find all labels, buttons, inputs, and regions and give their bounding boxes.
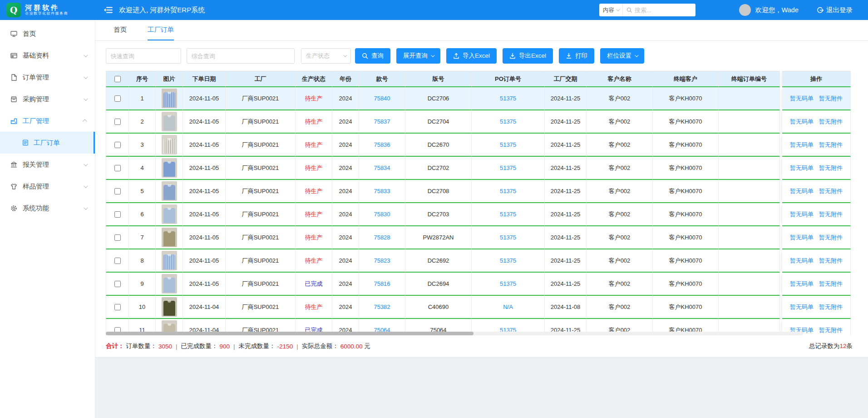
sidebar-item-home[interactable]: 首页 bbox=[0, 23, 95, 45]
header-search-input[interactable] bbox=[635, 7, 692, 14]
user-avatar[interactable] bbox=[739, 4, 751, 16]
no-attachment-link[interactable]: 暂无附件 bbox=[819, 95, 843, 103]
garment-photo[interactable] bbox=[162, 297, 177, 317]
po-no-link[interactable]: N/A bbox=[472, 296, 545, 319]
import-excel-button[interactable]: 导入Excel bbox=[446, 48, 497, 64]
table-row[interactable]: 2 2024-11-05 厂商SUP0021 待生产 2024 75837 DC… bbox=[106, 110, 853, 134]
no-weight-sheet-link[interactable]: 暂无码单 bbox=[790, 141, 814, 149]
style-no-link[interactable]: 75823 bbox=[359, 249, 405, 273]
tab-home[interactable]: 首页 bbox=[113, 20, 127, 40]
row-checkbox[interactable] bbox=[114, 95, 121, 102]
row-checkbox[interactable] bbox=[114, 211, 121, 218]
quick-search-input[interactable] bbox=[106, 48, 181, 64]
select-all-checkbox[interactable] bbox=[114, 76, 121, 82]
no-weight-sheet-link[interactable]: 暂无码单 bbox=[790, 280, 814, 288]
row-checkbox[interactable] bbox=[114, 165, 121, 171]
style-no-link[interactable]: 75828 bbox=[359, 226, 405, 249]
style-no-link[interactable]: 75834 bbox=[359, 157, 405, 180]
garment-photo[interactable] bbox=[162, 181, 177, 201]
garment-photo[interactable] bbox=[162, 251, 177, 270]
row-checkbox[interactable] bbox=[114, 304, 121, 310]
export-excel-button[interactable]: 导出Excel bbox=[503, 48, 553, 64]
no-attachment-link[interactable]: 暂无附件 bbox=[819, 187, 843, 195]
table-row[interactable]: 8 2024-11-05 厂商SUP0021 待生产 2024 75823 DC… bbox=[106, 249, 853, 273]
row-checkbox[interactable] bbox=[114, 119, 121, 125]
style-no-link[interactable]: 75836 bbox=[359, 134, 405, 157]
cell-image[interactable] bbox=[156, 134, 183, 157]
no-weight-sheet-link[interactable]: 暂无码单 bbox=[790, 118, 814, 126]
table-row[interactable]: 6 2024-11-05 厂商SUP0021 待生产 2024 75830 DC… bbox=[106, 203, 853, 226]
row-checkbox[interactable] bbox=[114, 258, 121, 264]
row-checkbox[interactable] bbox=[114, 234, 121, 241]
style-no-link[interactable]: 75830 bbox=[359, 203, 405, 226]
po-no-link[interactable]: 51375 bbox=[472, 249, 545, 273]
table-row[interactable]: 9 2024-11-05 厂商SUP0021 已完成 2024 75816 DC… bbox=[106, 273, 853, 296]
table-row[interactable]: 3 2024-11-05 厂商SUP0021 待生产 2024 75836 DC… bbox=[106, 134, 853, 157]
garment-photo[interactable] bbox=[162, 274, 177, 294]
garment-photo[interactable] bbox=[162, 135, 177, 154]
po-no-link[interactable]: 51375 bbox=[472, 110, 545, 134]
po-no-link[interactable]: 51375 bbox=[472, 226, 545, 249]
row-checkbox[interactable] bbox=[114, 142, 121, 148]
horizontal-scrollbar[interactable] bbox=[106, 332, 803, 335]
no-weight-sheet-link[interactable]: 暂无码单 bbox=[790, 187, 814, 195]
no-attachment-link[interactable]: 暂无附件 bbox=[819, 280, 843, 288]
no-attachment-link[interactable]: 暂无附件 bbox=[819, 326, 843, 334]
garment-photo[interactable] bbox=[162, 112, 177, 131]
sidebar-item-purchase-mgmt[interactable]: 采购管理 bbox=[0, 88, 95, 110]
production-status-select[interactable]: 生产状态 bbox=[301, 48, 351, 64]
cell-image[interactable] bbox=[156, 273, 183, 296]
po-no-link[interactable]: 51375 bbox=[472, 134, 545, 157]
tab-factory-orders[interactable]: 工厂订单 bbox=[148, 20, 174, 40]
scrollbar-thumb[interactable] bbox=[106, 332, 473, 335]
style-no-link[interactable]: 75837 bbox=[359, 110, 405, 134]
style-no-link[interactable]: 75816 bbox=[359, 273, 405, 296]
garment-photo[interactable] bbox=[162, 158, 177, 178]
table-row[interactable]: 10 2024-11-04 厂商SUP0021 待生产 2024 75382 C… bbox=[106, 296, 853, 319]
no-attachment-link[interactable]: 暂无附件 bbox=[819, 210, 843, 219]
expand-query-button[interactable]: 展开查询 bbox=[396, 48, 440, 64]
sidebar-item-basic-data[interactable]: 基础资料 bbox=[0, 45, 95, 66]
cell-image[interactable] bbox=[156, 249, 183, 273]
column-settings-button[interactable]: 栏位设置 bbox=[600, 48, 644, 64]
cell-image[interactable] bbox=[156, 226, 183, 249]
style-no-link[interactable]: 75833 bbox=[359, 180, 405, 203]
search-category-select[interactable]: 内容 bbox=[599, 4, 623, 16]
cell-image[interactable] bbox=[156, 110, 183, 134]
no-attachment-link[interactable]: 暂无附件 bbox=[819, 141, 843, 149]
no-weight-sheet-link[interactable]: 暂无码单 bbox=[790, 257, 814, 265]
row-checkbox[interactable] bbox=[114, 188, 121, 194]
sidebar-item-system-functions[interactable]: 系统功能 bbox=[0, 197, 95, 219]
sidebar-item-sample-mgmt[interactable]: 样品管理 bbox=[0, 175, 95, 197]
cell-image[interactable] bbox=[156, 87, 183, 110]
table-row[interactable]: 4 2024-11-05 厂商SUP0021 待生产 2024 75834 DC… bbox=[106, 157, 853, 180]
no-weight-sheet-link[interactable]: 暂无码单 bbox=[790, 210, 814, 219]
logout-button[interactable]: 退出登录 bbox=[817, 6, 853, 15]
po-no-link[interactable]: 51375 bbox=[472, 203, 545, 226]
po-no-link[interactable]: 51375 bbox=[472, 157, 545, 180]
style-no-link[interactable]: 75840 bbox=[359, 87, 405, 110]
garment-photo[interactable] bbox=[162, 204, 177, 224]
table-row[interactable]: 7 2024-11-05 厂商SUP0021 待生产 2024 75828 PW… bbox=[106, 226, 853, 249]
table-row[interactable]: 1 2024-11-05 厂商SUP0021 待生产 2024 75840 DC… bbox=[106, 87, 853, 110]
sidebar-item-factory-orders[interactable]: 工厂订单 bbox=[0, 132, 95, 154]
no-attachment-link[interactable]: 暂无附件 bbox=[819, 303, 843, 311]
cell-image[interactable] bbox=[156, 203, 183, 226]
table-row[interactable]: 5 2024-11-05 厂商SUP0021 待生产 2024 75833 DC… bbox=[106, 180, 853, 203]
po-no-link[interactable]: 51375 bbox=[472, 87, 545, 110]
garment-photo[interactable] bbox=[162, 228, 177, 247]
no-attachment-link[interactable]: 暂无附件 bbox=[819, 257, 843, 265]
no-attachment-link[interactable]: 暂无附件 bbox=[819, 118, 843, 126]
po-no-link[interactable]: 51375 bbox=[472, 273, 545, 296]
menu-fold-icon[interactable] bbox=[104, 6, 113, 14]
no-weight-sheet-link[interactable]: 暂无码单 bbox=[790, 234, 814, 242]
no-attachment-link[interactable]: 暂无附件 bbox=[819, 164, 843, 172]
no-attachment-link[interactable]: 暂无附件 bbox=[819, 234, 843, 242]
no-weight-sheet-link[interactable]: 暂无码单 bbox=[790, 303, 814, 311]
style-no-link[interactable]: 75382 bbox=[359, 296, 405, 319]
sidebar-item-order-mgmt[interactable]: 订单管理 bbox=[0, 66, 95, 88]
print-button[interactable]: 打印 bbox=[559, 48, 594, 64]
garment-photo[interactable] bbox=[162, 89, 177, 108]
cell-image[interactable] bbox=[156, 180, 183, 203]
no-weight-sheet-link[interactable]: 暂无码单 bbox=[790, 164, 814, 172]
